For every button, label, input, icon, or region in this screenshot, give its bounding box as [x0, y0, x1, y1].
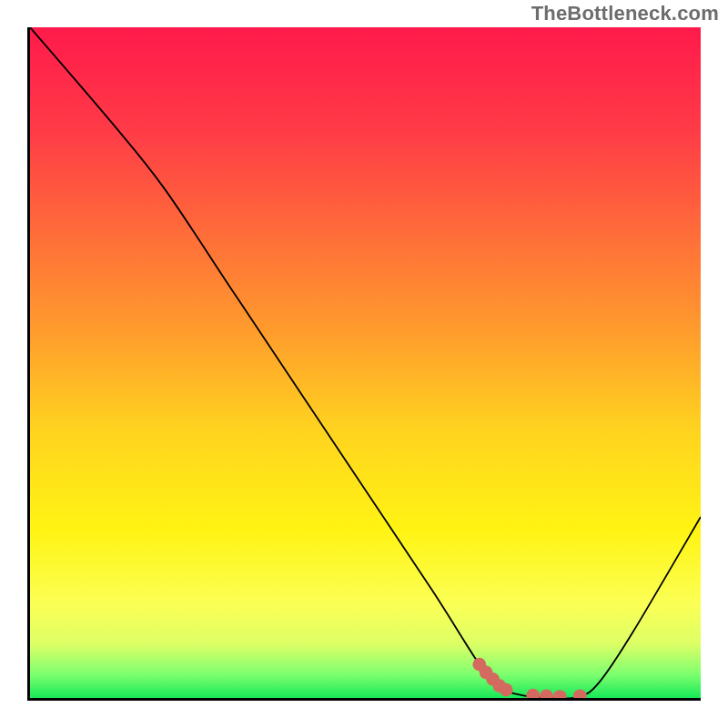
- optimal-band-markers: [472, 658, 586, 698]
- marker-dot: [553, 690, 567, 698]
- plot-inner: [30, 27, 701, 698]
- bottleneck-curve: [30, 27, 701, 698]
- plot-area: [27, 27, 701, 701]
- marker-dot: [500, 683, 513, 697]
- marker-dot: [540, 689, 553, 698]
- marker-dot: [573, 689, 587, 698]
- marker-dot: [526, 689, 540, 698]
- attribution-text: TheBottleneck.com: [531, 2, 719, 25]
- curves-layer: [30, 27, 701, 698]
- chart-frame: TheBottleneck.com: [0, 0, 728, 728]
